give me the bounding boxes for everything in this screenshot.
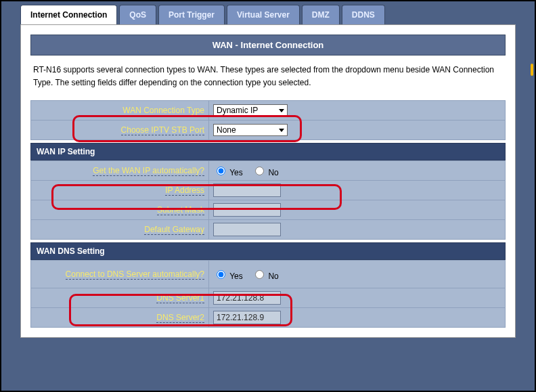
tab-dmz[interactable]: DMZ: [302, 5, 340, 24]
top-settings-table: WAN Connection Type Dynamic IP Choose IP…: [30, 100, 506, 140]
yes-label: Yes: [229, 271, 243, 281]
iptv-port-label: Choose IPTV STB Port: [121, 125, 204, 135]
intro-text: RT-N16 supports several connection types…: [30, 56, 506, 100]
ip-address-label: IP Address: [165, 186, 204, 196]
dns1-label: DNS Server1: [156, 293, 204, 303]
wan-ip-auto-radios: Yes No: [213, 168, 286, 177]
tab-internet-connection[interactable]: Internet Connection: [20, 5, 117, 24]
wan-ip-header: WAN IP Setting: [30, 143, 506, 160]
chevron-down-icon: [279, 129, 284, 132]
wan-ip-auto-yes[interactable]: Yes: [213, 168, 243, 177]
dns-auto-label: Connect to DNS Server automatically?: [66, 269, 204, 280]
page-body: WAN - Internet Connection RT-N16 support…: [20, 24, 516, 338]
router-config-page: Internet Connection QoS Port Trigger Vir…: [0, 0, 536, 392]
tab-port-trigger[interactable]: Port Trigger: [158, 5, 225, 24]
subnet-mask-label: Subnet Mask: [157, 205, 204, 215]
side-indicator: [531, 64, 533, 76]
tab-qos[interactable]: QoS: [119, 5, 156, 24]
wan-connection-type-select[interactable]: Dynamic IP: [213, 104, 288, 116]
wan-dns-table: Connect to DNS Server automatically? Yes…: [30, 260, 506, 328]
tab-ddns[interactable]: DDNS: [342, 5, 385, 24]
tab-virtual-server[interactable]: Virtual Server: [227, 5, 300, 24]
dns-auto-no-radio[interactable]: [255, 270, 264, 279]
dns1-input[interactable]: [213, 291, 281, 305]
default-gateway-label: Default Gateway: [144, 225, 204, 235]
wan-ip-auto-no-radio[interactable]: [255, 167, 264, 175]
iptv-port-select[interactable]: None: [213, 124, 288, 136]
subnet-mask-input[interactable]: [213, 203, 281, 217]
wan-ip-auto-yes-radio[interactable]: [217, 167, 225, 175]
dns-auto-no[interactable]: No: [252, 271, 279, 281]
wan-connection-type-value: Dynamic IP: [217, 106, 258, 115]
wan-dns-header: WAN DNS Setting: [30, 242, 506, 260]
no-label: No: [268, 271, 278, 281]
dns2-label: DNS Server2: [156, 313, 204, 323]
wan-dns-section: WAN DNS Setting Connect to DNS Server au…: [30, 242, 506, 328]
dns2-input[interactable]: [213, 311, 281, 324]
wan-ip-section: WAN IP Setting Get the WAN IP automatica…: [30, 143, 506, 240]
wan-connection-type-label: WAN Connection Type: [122, 106, 204, 116]
chevron-down-icon: [279, 109, 284, 112]
iptv-port-value: None: [217, 125, 236, 135]
wan-ip-table: Get the WAN IP automatically? Yes No IP …: [30, 160, 506, 240]
tabs-bar: Internet Connection QoS Port Trigger Vir…: [1, 1, 535, 24]
no-label: No: [268, 168, 278, 177]
dns-auto-yes[interactable]: Yes: [213, 271, 243, 281]
wan-ip-auto-no[interactable]: No: [252, 168, 279, 177]
wan-ip-auto-label: Get the WAN IP automatically?: [93, 166, 204, 176]
yes-label: Yes: [229, 168, 243, 177]
dns-auto-radios: Yes No: [213, 271, 286, 281]
dns-auto-yes-radio[interactable]: [217, 270, 225, 279]
default-gateway-input[interactable]: [213, 223, 281, 236]
ip-address-input[interactable]: [213, 183, 281, 197]
panel-title: WAN - Internet Connection: [30, 35, 506, 56]
